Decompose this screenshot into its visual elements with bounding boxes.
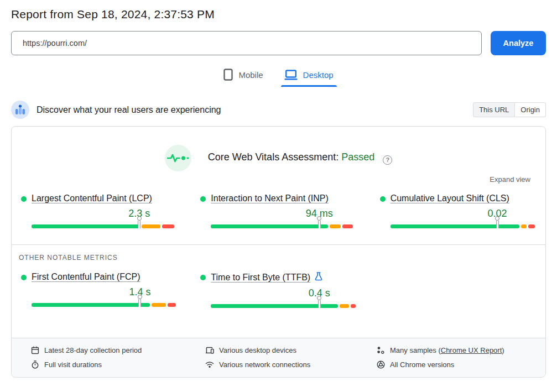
metric-lcp: Largest Contentful Paint (LCP) 2.3 s bbox=[21, 194, 176, 228]
distribution-bar bbox=[211, 224, 355, 228]
help-icon[interactable]: ? bbox=[383, 155, 392, 165]
page-title: Report from Sep 18, 2024, 2:37:53 PM bbox=[11, 8, 557, 21]
scope-this-url-button[interactable]: This URL bbox=[473, 102, 515, 117]
visit-durations-label: Full visit durations bbox=[44, 360, 102, 369]
network-connections-label: Various network connections bbox=[219, 360, 310, 369]
chrome-ux-report-link[interactable]: Chrome UX Report bbox=[441, 346, 502, 354]
cwv-assessment-header: Core Web Vitals Assessment: Passed ? bbox=[12, 145, 545, 171]
other-metrics-row: First Contentful Paint (FCP) 1.4 s Time … bbox=[12, 272, 545, 308]
chrome-icon bbox=[377, 360, 385, 369]
metric-link-inp[interactable]: Interaction to Next Paint (INP) bbox=[211, 194, 329, 203]
analyze-button[interactable]: Analyze bbox=[491, 31, 546, 55]
cwv-assessment-result: Passed bbox=[341, 151, 374, 163]
chrome-versions-item: All Chrome versions bbox=[377, 360, 540, 369]
network-connections-item: Various network connections bbox=[205, 360, 377, 369]
metric-fcp: First Contentful Paint (FCP) 1.4 s bbox=[21, 272, 176, 308]
metric-link-lcp[interactable]: Largest Contentful Paint (LCP) bbox=[32, 194, 152, 203]
samples-dots-icon bbox=[377, 346, 385, 354]
stopwatch-icon bbox=[31, 360, 39, 369]
good-status-dot bbox=[380, 196, 386, 202]
tab-desktop-label: Desktop bbox=[303, 70, 334, 80]
metric-inp: Interaction to Next Paint (INP) 94 ms bbox=[200, 194, 355, 228]
tab-mobile[interactable]: Mobile bbox=[223, 69, 263, 87]
pulse-icon bbox=[165, 145, 191, 171]
phone-icon bbox=[223, 69, 233, 81]
device-tabs: Mobile Desktop bbox=[0, 69, 557, 87]
laptop-icon bbox=[284, 70, 298, 80]
samples-label: Many samples (Chrome UX Report) bbox=[390, 346, 504, 354]
experimental-flask-icon[interactable] bbox=[315, 272, 322, 283]
desktop-devices-item: Various desktop devices bbox=[205, 346, 377, 354]
distribution-bar bbox=[32, 224, 176, 228]
scope-origin-button[interactable]: Origin bbox=[515, 102, 546, 117]
metric-link-fcp[interactable]: First Contentful Paint (FCP) bbox=[32, 272, 140, 282]
cwv-assessment-label: Core Web Vitals Assessment: bbox=[208, 151, 339, 163]
samples-suffix: ) bbox=[502, 346, 504, 354]
good-status-dot bbox=[200, 275, 206, 280]
collection-period-item: Latest 28-day collection period bbox=[31, 346, 205, 354]
section-divider bbox=[12, 244, 545, 245]
metric-cls: Cumulative Layout Shift (CLS) 0.02 bbox=[380, 194, 535, 228]
url-input[interactable] bbox=[11, 31, 482, 55]
samples-item: Many samples (Chrome UX Report) bbox=[377, 346, 540, 354]
metric-link-ttfb[interactable]: Time to First Byte (TTFB) bbox=[211, 273, 310, 283]
chrome-versions-label: All Chrome versions bbox=[390, 360, 454, 369]
real-users-icon bbox=[11, 101, 29, 119]
good-status-dot bbox=[21, 196, 27, 202]
visit-durations-item: Full visit durations bbox=[31, 360, 205, 369]
scope-toggle: This URL Origin bbox=[473, 102, 546, 117]
cwv-assessment-title: Core Web Vitals Assessment: Passed ? bbox=[208, 151, 393, 165]
field-data-title: Discover what your real users are experi… bbox=[37, 105, 221, 115]
distribution-bar bbox=[211, 304, 355, 308]
field-data-header: Discover what your real users are experi… bbox=[11, 101, 546, 119]
other-metrics-label: OTHER NOTABLE METRICS bbox=[19, 254, 545, 262]
collection-period-label: Latest 28-day collection period bbox=[44, 346, 142, 354]
good-status-dot bbox=[21, 275, 27, 280]
expand-view-link[interactable]: Expand view bbox=[490, 175, 530, 184]
distribution-bar bbox=[32, 303, 176, 307]
field-data-card: Core Web Vitals Assessment: Passed ? Exp… bbox=[11, 126, 546, 378]
tab-mobile-label: Mobile bbox=[238, 70, 263, 80]
url-form: Analyze bbox=[11, 31, 546, 55]
desktop-devices-label: Various desktop devices bbox=[219, 346, 296, 354]
core-metrics-row: Largest Contentful Paint (LCP) 2.3 s Int… bbox=[12, 194, 545, 228]
good-status-dot bbox=[200, 196, 206, 202]
samples-prefix: Many samples ( bbox=[390, 346, 441, 354]
metric-link-cls[interactable]: Cumulative Layout Shift (CLS) bbox=[391, 194, 509, 203]
tab-desktop[interactable]: Desktop bbox=[284, 69, 334, 87]
devices-icon bbox=[205, 346, 214, 354]
collection-info-footer: Latest 28-day collection period Full vis… bbox=[12, 338, 545, 377]
distribution-bar bbox=[391, 224, 535, 228]
wifi-network-icon bbox=[205, 360, 214, 368]
calendar-icon bbox=[31, 346, 39, 354]
metric-ttfb: Time to First Byte (TTFB) 0.4 s bbox=[200, 272, 355, 308]
